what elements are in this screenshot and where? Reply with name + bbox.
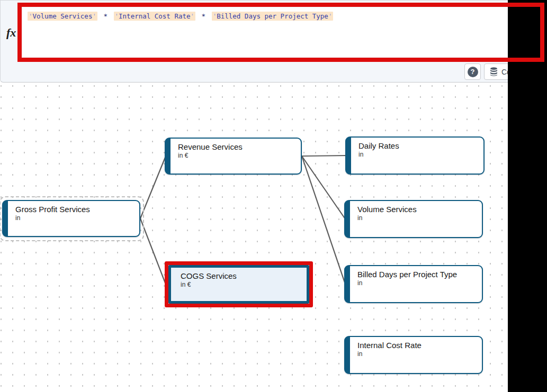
node-internal-cost-rate[interactable]: Internal Cost Ratein: [344, 336, 483, 374]
formula-panel: fx 'Volume Services' * 'Internal Cost Ra…: [0, 0, 547, 83]
node-selected-body: COGS Servicesin €: [168, 265, 309, 304]
node-title: Billed Days per Project Type: [350, 266, 482, 279]
formula-operator: *: [97, 12, 114, 20]
fx-icon: fx: [6, 26, 16, 40]
node-title: Revenue Services: [171, 139, 301, 151]
help-button[interactable]: ?: [464, 63, 481, 80]
node-unit: in €: [171, 151, 301, 159]
node-title: Daily Rates: [351, 138, 483, 150]
node-title: COGS Services: [171, 268, 307, 280]
node-unit: in: [8, 214, 139, 222]
node-daily-rates[interactable]: Daily Ratesin: [345, 136, 485, 175]
formula-token: 'Billed Days per Project Type': [212, 12, 334, 21]
node-title: Volume Services: [350, 201, 482, 214]
node-billed-days-per-project-type[interactable]: Billed Days per Project Typein: [344, 265, 483, 303]
help-icon: ?: [468, 67, 478, 77]
formula-operator: *: [195, 12, 212, 20]
node-cogs-services[interactable]: COGS Servicesin €: [165, 261, 313, 307]
database-icon: [490, 67, 498, 76]
formula-token: 'Volume Services': [28, 12, 97, 21]
node-unit: in: [351, 150, 483, 158]
node-volume-services[interactable]: Volume Servicesin: [344, 200, 483, 238]
formula-input[interactable]: 'Volume Services' * 'Internal Cost Rate'…: [22, 7, 541, 57]
node-title: Gross Profit Services: [8, 201, 139, 214]
node-revenue-services[interactable]: Revenue Servicesin €: [165, 138, 302, 175]
node-title: Internal Cost Rate: [350, 337, 482, 350]
node-unit: in €: [171, 280, 307, 288]
node-unit: in: [350, 350, 482, 358]
node-unit: in: [350, 279, 482, 287]
redaction-black-strip: [508, 0, 547, 392]
formula-token: 'Internal Cost Rate': [114, 12, 196, 21]
node-gross-profit-services[interactable]: Gross Profit Servicesin: [2, 200, 140, 237]
node-unit: in: [350, 214, 482, 222]
